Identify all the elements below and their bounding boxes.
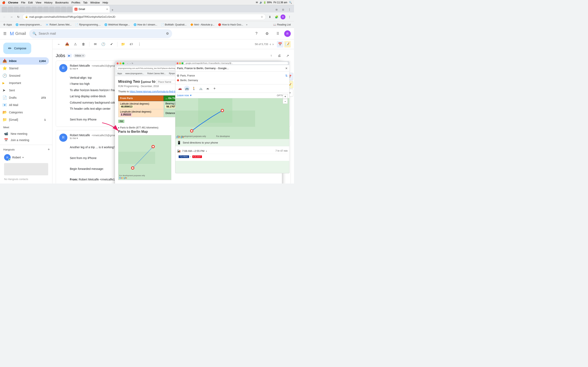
search-filter-icon[interactable]: ⚙ (166, 32, 169, 35)
sidebar-item-snoozed[interactable]: 🕐 Snoozed (0, 72, 49, 79)
sidebar-item-all-mail[interactable]: 📧 All Mail (0, 101, 49, 109)
address-bar[interactable]: 🔒 mail.google.com/mail/u/0/#inbox/FMfcgz… (22, 14, 266, 20)
prev-email-button[interactable]: ‹ (270, 42, 271, 46)
note-widget-btn[interactable]: 📝 (284, 41, 291, 48)
active-tab[interactable]: M Gmail ✕ (73, 6, 110, 12)
bookmarks-more[interactable]: » (245, 23, 248, 27)
bookmark-how-stream[interactable]: 🌐 How do I stream... (132, 23, 159, 27)
profile-avatar-chrome[interactable]: R (280, 14, 286, 20)
window-menu[interactable]: Window (90, 1, 100, 4)
chrome-maximize[interactable]: ⊡ (280, 7, 286, 12)
transport-transit[interactable]: 🚌 (184, 86, 190, 91)
apps-button[interactable]: ⠿ (274, 30, 282, 38)
maps-close-dot[interactable] (177, 62, 178, 64)
new-tab-button[interactable]: + (110, 8, 115, 12)
hangouts-user-icon[interactable]: 👤 (3, 183, 10, 184)
embedded-maximize-dot[interactable] (122, 62, 124, 64)
chrome-more[interactable]: ⋮ (287, 7, 292, 12)
new-meeting-item[interactable]: 📹 New meeting (2, 131, 47, 137)
sidebar-item-categories[interactable]: 📂 Categories (0, 109, 49, 116)
place-name-input[interactable] (156, 80, 177, 84)
open-new-window-btn[interactable]: ↗ (284, 52, 291, 59)
mark-unread-button[interactable]: ✉ (92, 41, 98, 48)
chrome-menu[interactable]: Chrome (8, 1, 18, 4)
download-icon[interactable]: ⬇ (267, 14, 273, 20)
bookmarks-menu[interactable]: Bookmarks (55, 1, 69, 4)
apple-menu[interactable]: 🍎 (2, 1, 5, 4)
hamburger-menu[interactable]: ☰ (3, 31, 7, 36)
minimize-thread-btn[interactable]: ↑ (268, 52, 274, 59)
snooze-button[interactable]: 🕐 (100, 41, 107, 48)
history-menu[interactable]: History (44, 1, 52, 4)
inbox-label-chip[interactable]: Inbox ✕ (73, 54, 85, 58)
forward-button[interactable]: → (9, 14, 14, 20)
hangouts-phone-icon[interactable]: 📞 (21, 183, 28, 184)
hangouts-notification-icon[interactable]: 🔔 1 (12, 183, 19, 184)
transport-plane[interactable]: ✈ (212, 86, 217, 91)
label-button[interactable]: 🏷 (128, 41, 135, 48)
sidebar-item-drafts[interactable]: 📄 Drafts 273 (0, 94, 49, 101)
chrome-menu-btn[interactable]: ⋮ (287, 14, 292, 20)
move-to-button[interactable]: 📁 (120, 41, 126, 48)
sidebar-item-gmail[interactable]: 📁 [Gmail] 1 (0, 116, 49, 123)
compose-button[interactable]: ✏ Compose (3, 43, 31, 54)
maps-min-dot[interactable] (179, 62, 181, 64)
search-icon-mac[interactable]: 🔍 (289, 1, 292, 4)
embedded-close-dot[interactable] (117, 62, 119, 64)
embedded-minimize-dot[interactable] (120, 62, 121, 64)
bookmark-rjm[interactable]: 🌐 www.rjmprogramm... (14, 23, 43, 27)
hangout-user-robert[interactable]: R Robert ▾ (2, 153, 50, 161)
user-avatar[interactable]: R (284, 30, 291, 37)
leave-now-btn[interactable]: Leave now ▼ (177, 94, 192, 97)
search-input[interactable] (39, 32, 164, 35)
spam-button[interactable]: ⚠ (72, 41, 79, 48)
subject-priority-tag[interactable]: ▶ (67, 54, 72, 58)
back-to-list-button[interactable]: ← (56, 41, 62, 48)
help-menu[interactable]: Help (103, 1, 108, 4)
join-meeting-item[interactable]: 📅 Join a meeting (2, 137, 47, 143)
extensions-icon[interactable]: 🧩 (274, 14, 279, 20)
bookmark-rjmprog[interactable]: 📄 Rjmprogramming.... (73, 23, 102, 27)
sidebar-item-important[interactable]: ▶ Important (0, 79, 49, 87)
tab-close-btn[interactable]: ✕ (106, 8, 108, 11)
zoom-out-btn[interactable]: − (283, 99, 288, 104)
transport-car[interactable]: 🚗 (177, 86, 183, 91)
sidebar-item-inbox[interactable]: 📥 Inbox 2,004 (0, 57, 49, 65)
maps-close-btn[interactable]: ✕ (285, 67, 288, 70)
task-button[interactable]: ✔ (108, 41, 115, 48)
next-email-button[interactable]: › (273, 42, 274, 46)
gmail-search-bar[interactable]: 🔍 ⚙ (29, 29, 172, 38)
bookmark-how-hack[interactable]: 🔴 How to Hack Goo... (216, 23, 245, 27)
archive-button[interactable]: 📥 (64, 41, 70, 48)
transport-walk[interactable]: 🚶 (191, 86, 197, 91)
emb-bm-rjm[interactable]: www.rjmprogramm... (124, 72, 145, 75)
bookmark-biomath[interactable]: 📄 BioMath: Quadrati... (159, 23, 188, 27)
bookmark-robert-james[interactable]: 📧 Robert James Met... (44, 23, 73, 27)
send-directions-btn[interactable]: 📱 Send directions to your phone (175, 139, 289, 146)
help-button[interactable]: ? (252, 30, 260, 38)
emb-bm-robert[interactable]: Robert James Met... (146, 72, 167, 75)
label-chip-close[interactable]: ✕ (82, 54, 84, 57)
search-icon[interactable]: 🔍 (33, 32, 36, 35)
bookmark-star[interactable]: ☆ (261, 15, 263, 18)
tab-menu[interactable]: Tab (83, 1, 87, 4)
route-swap-btn[interactable]: ⇅ (285, 74, 288, 77)
reload-button[interactable]: ↻ (16, 14, 21, 20)
sidebar-item-sent[interactable]: ➤ Sent (0, 87, 49, 94)
settings-button[interactable]: ⚙ (263, 30, 271, 38)
zoom-in-btn[interactable]: + (283, 94, 288, 99)
bookmark-apps[interactable]: ⚙ Apps (2, 23, 13, 27)
hangouts-add-button[interactable]: + (48, 147, 50, 152)
view-menu[interactable]: View (35, 1, 41, 4)
calendar-widget-btn[interactable]: 📅 (277, 41, 283, 48)
file-menu[interactable]: File (21, 1, 25, 4)
emb-bm-apps[interactable]: Apps (116, 72, 123, 75)
more-button[interactable]: ⋮ (136, 41, 143, 48)
chrome-minimize[interactable]: ⊟ (274, 7, 279, 12)
edit-menu[interactable]: Edit (28, 1, 33, 4)
bookmark-html[interactable]: 🔶 html - Absolute p... (189, 23, 216, 27)
back-button[interactable]: ← (2, 14, 7, 20)
delete-button[interactable]: 🗑 (80, 41, 87, 48)
reading-list-btn[interactable]: 📖 Reading List (272, 23, 292, 27)
profiles-menu[interactable]: Profiles (71, 1, 80, 4)
